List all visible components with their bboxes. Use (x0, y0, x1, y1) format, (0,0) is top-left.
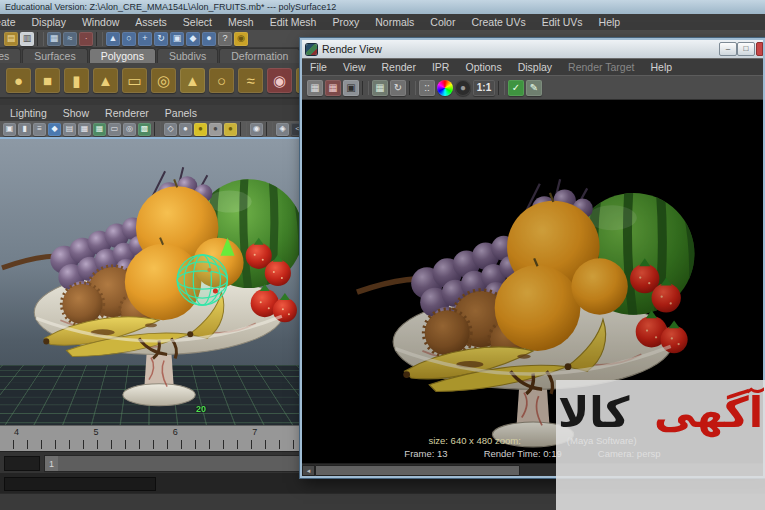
rv-edit-render-settings-icon[interactable]: ✎ (526, 80, 542, 96)
main-menu-help[interactable]: Help (591, 16, 629, 28)
universal-manipulator-icon[interactable]: ◆ (186, 32, 200, 46)
render-view-menu-render[interactable]: Render (374, 61, 424, 73)
rv-refresh-ipr-icon[interactable]: ↻ (390, 80, 406, 96)
vp-resolution-gate-icon[interactable]: ◎ (123, 123, 136, 136)
vp-shaded-icon[interactable]: ● (179, 123, 192, 136)
panel-menu-panels[interactable]: Panels (157, 107, 205, 119)
app-title-bar[interactable]: Educational Version: Z:\Alon_CRE_MMA154L… (0, 0, 765, 14)
vp-camera-attributes-icon[interactable]: ≡ (33, 123, 46, 136)
render-view-menu-file[interactable]: File (302, 61, 335, 73)
main-menu-color[interactable]: Color (422, 16, 463, 28)
vp-grid-icon[interactable]: ▦ (93, 123, 106, 136)
lock-icon[interactable]: ◉ (234, 32, 248, 46)
poly-sphere-icon[interactable]: ● (6, 68, 31, 93)
render-view-menu-render-target[interactable]: Render Target (560, 61, 642, 73)
vp-shadows-icon[interactable]: ● (209, 123, 222, 136)
toolbar-separator (154, 122, 161, 136)
shelf-tab-deformation[interactable]: Deformation (219, 48, 300, 63)
poly-helix-icon[interactable]: ≈ (238, 68, 263, 93)
rv-render-icon[interactable]: ▦ (307, 80, 323, 96)
main-menu-create[interactable]: Create (0, 16, 24, 28)
main-menu-normals[interactable]: Normals (367, 16, 422, 28)
vp-bookmark-icon[interactable]: ◆ (48, 123, 61, 136)
soft-modification-icon[interactable]: ● (202, 32, 216, 46)
main-menu-assets[interactable]: Assets (127, 16, 175, 28)
rotate-tool-icon[interactable]: ↻ (154, 32, 168, 46)
rv-alpha-channel-icon[interactable]: ● (455, 80, 471, 96)
poly-pipe-icon[interactable]: ○ (209, 68, 234, 93)
vp-lighting-icon[interactable]: ● (194, 123, 207, 136)
panel-menu-show[interactable]: Show (55, 107, 97, 119)
rv-region-render-icon[interactable]: :: (419, 80, 435, 96)
main-menu-display[interactable]: Display (24, 16, 74, 28)
main-menu-edit-mesh[interactable]: Edit Mesh (262, 16, 325, 28)
snap-grid-icon[interactable]: ▦ (47, 32, 61, 46)
rv-ipr-render-icon[interactable]: ▦ (372, 80, 388, 96)
vp-ambient-occlusion-icon[interactable]: ● (224, 123, 237, 136)
poly-cone-icon[interactable]: ▲ (93, 68, 118, 93)
render-view-menu-ipr[interactable]: IPR (424, 61, 458, 73)
timeline-tick-7: 7 (252, 427, 257, 437)
rv-render-settings-icon[interactable]: ✓ (508, 80, 524, 96)
help-line-icon[interactable]: ? (218, 32, 232, 46)
viewport-scene[interactable] (0, 139, 302, 425)
vp-wireframe-icon[interactable]: ◇ (164, 123, 177, 136)
move-tool-icon[interactable]: + (138, 32, 152, 46)
save-scene-icon[interactable]: ▥ (20, 32, 34, 46)
rv-rgb-channels-icon[interactable] (437, 80, 453, 96)
vp-lock-camera-icon[interactable]: ▮ (18, 123, 31, 136)
main-menu-create-uvs[interactable]: Create UVs (463, 16, 533, 28)
folder-open-icon[interactable]: ▤ (4, 32, 18, 46)
perspective-viewport[interactable]: 20 (0, 137, 302, 425)
poly-plane-icon[interactable]: ▭ (122, 68, 147, 93)
vp-select-camera-icon[interactable]: ▣ (3, 123, 16, 136)
panel-menu-lighting[interactable]: Lighting (2, 107, 55, 119)
command-line-input[interactable] (4, 477, 156, 491)
vp-2d-pan-zoom-icon[interactable]: ▦ (78, 123, 91, 136)
range-start-value[interactable]: 1 (45, 456, 58, 471)
render-view-menu-display[interactable]: Display (510, 61, 560, 73)
panel-menu-renderer[interactable]: Renderer (97, 107, 157, 119)
vp-image-plane-icon[interactable]: ▤ (63, 123, 76, 136)
select-tool-icon[interactable]: ▲ (106, 32, 120, 46)
poly-cube-icon[interactable]: ■ (35, 68, 60, 93)
poly-pyramid-icon[interactable]: ▲ (180, 68, 205, 93)
main-menu-mesh[interactable]: Mesh (220, 16, 262, 28)
render-view-menu-options[interactable]: Options (457, 61, 509, 73)
vp-xray-icon[interactable]: ◈ (276, 123, 289, 136)
snap-point-icon[interactable]: ∙ (79, 32, 93, 46)
main-menu-window[interactable]: Window (74, 16, 127, 28)
shelf-tab-polygons[interactable]: Polygons (89, 48, 156, 63)
shelf-tab-curves[interactable]: Curves (0, 48, 21, 63)
maximize-button[interactable]: □ (737, 42, 755, 56)
fruit-bowl-model[interactable] (2, 167, 302, 406)
vp-gate-mask-icon[interactable]: ▩ (138, 123, 151, 136)
vp-isolate-select-icon[interactable]: ◉ (250, 123, 263, 136)
shelf-tab-subdivs[interactable]: Subdivs (157, 48, 218, 63)
render-time-label: Render Time: 0:19 (484, 448, 562, 459)
scrollbar-handle[interactable] (315, 465, 520, 476)
render-view-menu-help[interactable]: Help (642, 61, 680, 73)
snap-curve-icon[interactable]: ≈ (63, 32, 77, 46)
render-view-menu-view[interactable]: View (335, 61, 374, 73)
shelf-tab-surfaces[interactable]: Surfaces (22, 48, 87, 63)
main-menu-edit-uvs[interactable]: Edit UVs (534, 16, 591, 28)
wireframe-sphere-selected[interactable] (177, 255, 227, 305)
poly-cylinder-icon[interactable]: ▮ (64, 68, 89, 93)
lasso-tool-icon[interactable]: ○ (122, 32, 136, 46)
close-button[interactable] (756, 42, 763, 56)
main-menu-proxy[interactable]: Proxy (324, 16, 367, 28)
vp-film-gate-icon[interactable]: ▭ (108, 123, 121, 136)
rv-redo-previous-render-icon[interactable]: ▦ (325, 80, 341, 96)
scale-tool-icon[interactable]: ▣ (170, 32, 184, 46)
current-character-field[interactable] (4, 456, 40, 471)
rv-snapshot-icon[interactable]: ▣ (343, 80, 359, 96)
main-menu-select[interactable]: Select (175, 16, 220, 28)
minimize-button[interactable]: – (719, 42, 737, 56)
poly-soccer-ball-icon[interactable]: ◉ (267, 68, 292, 93)
scroll-left-arrow-icon[interactable]: ◂ (302, 465, 315, 476)
rv-one-to-one-icon[interactable]: 1:1 (473, 80, 495, 96)
render-view-icon (306, 44, 317, 55)
poly-torus-icon[interactable]: ◎ (151, 68, 176, 93)
render-view-title-bar[interactable]: Render View – □ (302, 40, 763, 58)
